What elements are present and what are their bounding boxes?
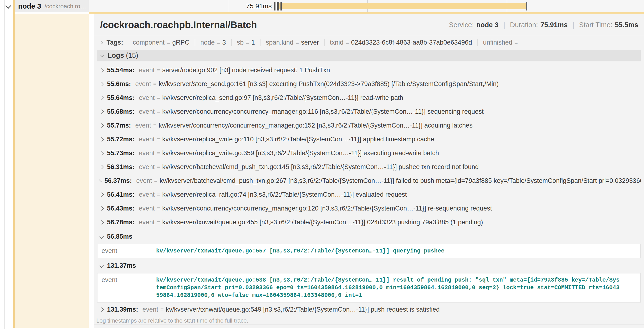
equals-sign: = [160, 306, 164, 313]
operation-title: /cockroach.roachpb.Internal/Batch [100, 20, 257, 30]
chevron-right-icon [100, 110, 104, 114]
tree-gutter-divider [4, 0, 4, 329]
span-detail-panel: /cockroach.roachpb.Internal/Batch Servic… [94, 14, 644, 328]
log-list: 55.54ms: event = server/node.go:902 [n3]… [94, 61, 644, 316]
tags-accordion[interactable]: Tags: component = gRPC node = 3 sb = 1 s… [94, 35, 644, 50]
duration-value: 75.91ms [540, 21, 568, 29]
log-row[interactable]: 56.41ms: event = kv/kvserver/replica_raf… [97, 188, 641, 202]
span-accent-bar [13, 0, 15, 328]
log-field-key: event [98, 247, 156, 255]
log-key: event [139, 163, 155, 171]
tag-item[interactable]: component = gRPC [128, 39, 195, 46]
equals-sign: = [246, 39, 249, 46]
span-duration-bar[interactable] [279, 3, 527, 9]
log-row[interactable]: 55.68ms: event = kv/kvserver/concurrency… [97, 105, 641, 118]
log-entry-detail-table: event kv/kvserver/txnwait/queue.go:557 [… [97, 244, 641, 258]
log-row[interactable]: 55.64ms: event = kv/kvserver/replica_sen… [97, 91, 641, 105]
tag-value: 1 [251, 39, 255, 46]
tag-key: sb [237, 39, 244, 46]
log-marker-tick-end [526, 2, 527, 10]
log-key: event [136, 80, 151, 88]
span-service-name: node 3 [18, 2, 41, 10]
detail-header: /cockroach.roachpb.Internal/Batch Servic… [94, 14, 644, 35]
logs-accordion-header[interactable]: Logs (15) [97, 50, 641, 61]
log-key: event [139, 94, 155, 102]
equals-sign: = [157, 108, 160, 115]
tag-item[interactable]: node = 3 [195, 39, 231, 46]
log-row[interactable]: 56.43ms: event = kv/kvserver/concurrency… [97, 202, 641, 215]
log-row[interactable]: 55.6ms: event = kv/kvserver/store_send.g… [97, 77, 641, 91]
tag-value: 3 [222, 39, 226, 46]
log-key: event [139, 108, 155, 116]
tag-item[interactable]: unfinished = [478, 39, 525, 46]
chevron-right-icon [100, 82, 104, 86]
tag-key: unfinished [483, 39, 512, 46]
log-field-value[interactable]: kv/kvserver/txnwait/queue.go:538 [n3,s3,… [156, 276, 621, 299]
equals-sign: = [296, 39, 299, 46]
log-row[interactable]: 56.37ms: event = kv/kvserver/batcheval/c… [97, 174, 641, 188]
start-time-value: 55.5ms [615, 21, 638, 29]
service-value: node 3 [476, 21, 498, 29]
log-timestamp: 131.37ms [107, 262, 136, 270]
log-value: kv/kvserver/store_send.go:161 [n3,s3] ex… [159, 80, 499, 88]
tag-key: node [200, 39, 215, 46]
selected-span-column-highlight [15, 14, 89, 328]
logs-count: (15) [126, 52, 138, 59]
chevron-right-icon [100, 192, 104, 197]
log-timestamp: 56.85ms [107, 233, 132, 240]
log-timestamp: 56.43ms: [107, 205, 135, 212]
equals-sign: = [157, 150, 160, 156]
equals-sign: = [157, 136, 160, 142]
log-row[interactable]: 131.39ms: event = kv/kvserver/txnwait/qu… [97, 302, 641, 316]
log-row[interactable]: 55.72ms: event = kv/kvserver/replica_wri… [97, 132, 641, 146]
tag-item[interactable]: span.kind = server [260, 39, 324, 46]
equals-sign: = [157, 219, 160, 226]
span-name-cell[interactable]: node 3 /cockroach.roach… [15, 0, 89, 12]
chevron-right-icon [100, 151, 104, 155]
log-entry-expanded-header[interactable]: 131.37ms [97, 258, 641, 273]
equals-sign: = [153, 80, 156, 87]
equals-sign: = [157, 191, 160, 198]
log-key: event [139, 218, 155, 226]
meta-separator: | [572, 21, 574, 29]
tag-value: gRPC [172, 39, 190, 46]
log-timestamp: 55.68ms: [107, 108, 135, 116]
log-timestamp: 56.41ms: [107, 191, 135, 198]
log-row[interactable]: 55.54ms: event = server/node.go:902 [n3]… [97, 63, 641, 77]
log-timestamp: 56.37ms: [104, 177, 132, 184]
equals-sign: = [154, 177, 158, 184]
log-key: event [139, 136, 155, 143]
log-entry-expanded-header[interactable]: 56.85ms [97, 229, 641, 244]
tag-item[interactable]: sb = 1 [231, 39, 260, 46]
log-entry-detail-table: event kv/kvserver/txnwait/queue.go:538 [… [97, 273, 641, 302]
log-key: event [136, 177, 152, 184]
log-rows-collapsed: 55.54ms: event = server/node.go:902 [n3]… [97, 63, 641, 229]
span-row-collapse-control[interactable] [6, 4, 10, 9]
service-label: Service: [449, 21, 474, 29]
log-field-value[interactable]: kv/kvserver/txnwait/queue.go:557 [n3,s3,… [156, 247, 621, 255]
equals-sign: = [153, 122, 156, 129]
span-timeline-row[interactable]: 75.91ms [89, 0, 644, 12]
chevron-right-icon [100, 96, 104, 100]
log-row[interactable]: 56.31ms: event = kv/kvserver/batcheval/c… [97, 160, 641, 174]
log-row[interactable]: 56.78ms: event = kv/kvserver/txnwait/que… [97, 215, 641, 229]
log-timestamp: 56.78ms: [107, 218, 135, 226]
log-key: event [136, 122, 151, 129]
tag-key: txnid [330, 39, 344, 46]
log-value: kv/kvserver/replica_write.go:359 [n3,s3,… [162, 150, 439, 157]
chevron-right-icon [100, 307, 104, 312]
tags-list: component = gRPC node = 3 sb = 1 span.ki… [128, 39, 525, 46]
detail-meta: Service: node 3 | Duration: 75.91ms | St… [449, 21, 638, 29]
chevron-down-icon [100, 264, 104, 268]
log-row[interactable]: 55.7ms: event = kv/kvserver/concurrency/… [97, 118, 641, 132]
log-value: kv/kvserver/concurrency/concurrency_mana… [159, 122, 473, 129]
chevron-right-icon [100, 123, 104, 128]
log-timestamp: 55.6ms: [107, 80, 131, 88]
log-value: server/node.go:902 [n3] node received re… [162, 66, 330, 74]
log-row[interactable]: 55.73ms: event = kv/kvserver/replica_wri… [97, 146, 641, 160]
tag-value: 024d3323-6c8f-4863-aa8b-37ab0e63496d [351, 39, 472, 46]
log-timestamp: 131.39ms: [107, 306, 138, 313]
tag-item[interactable]: txnid = 024d3323-6c8f-4863-aa8b-37ab0e63… [324, 39, 478, 46]
tags-label: Tags: [106, 39, 123, 46]
chevron-down-icon [100, 54, 104, 57]
